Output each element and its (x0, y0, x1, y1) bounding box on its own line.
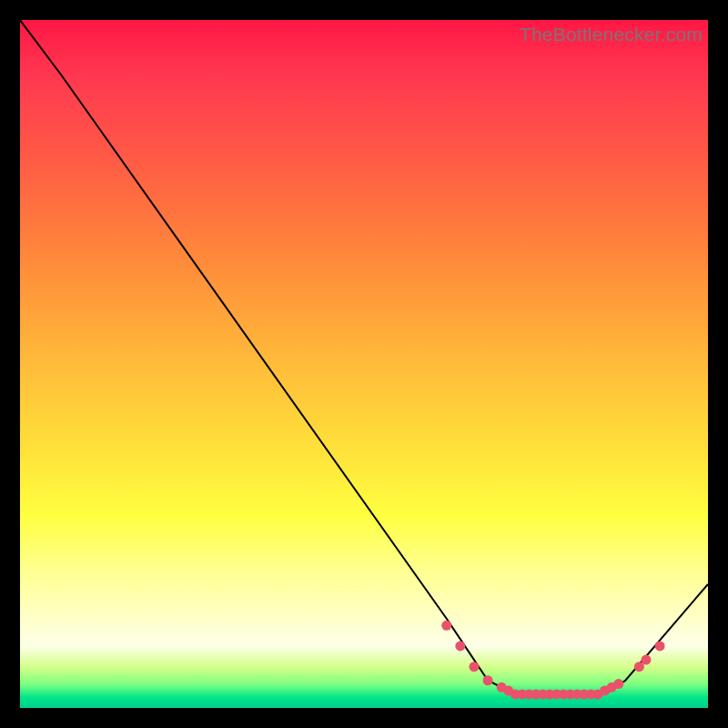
chart-container: TheBottlenecker.com (0, 0, 728, 728)
data-point-marker (613, 679, 623, 689)
watermark-text: TheBottlenecker.com (520, 24, 703, 46)
data-point-marker (441, 621, 451, 631)
curve-line (20, 20, 708, 694)
chart-svg (20, 20, 708, 708)
data-point-marker (483, 675, 493, 685)
data-point-marker (641, 655, 651, 665)
data-point-marker (455, 641, 465, 651)
plot-area: TheBottlenecker.com (20, 20, 708, 708)
data-point-marker (655, 641, 665, 651)
data-point-marker (469, 662, 479, 672)
bottleneck-curve (20, 20, 708, 694)
